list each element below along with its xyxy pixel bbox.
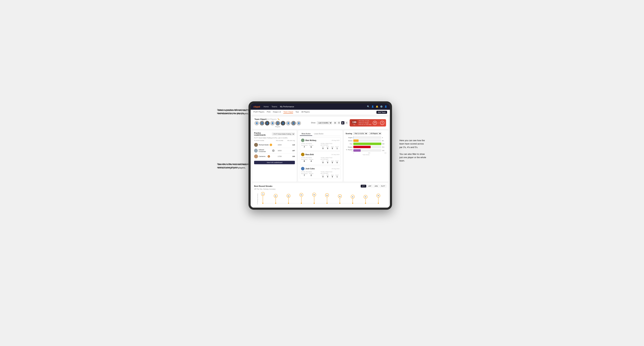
lb-player-3: Cameron... 3	[254, 155, 274, 158]
tab-least-active[interactable]: Least Active	[312, 132, 325, 136]
svg-text:5x: 5x	[314, 194, 315, 195]
activity-item-2: Rees Britt 02 Sep 2023 Total Rounds Tour	[300, 152, 340, 165]
practice-activities-group-2: Total Practice Activities OTT0 APP0 ARG0…	[320, 157, 340, 164]
total-rounds-group-2: Total Rounds Tournament 8 Practice	[301, 157, 320, 164]
bar-row-d.-bogeys-+: D. Bogeys + 131	[346, 149, 386, 152]
lb-panel-header: Practice Leaderboards PUTT Must Make Put…	[254, 132, 295, 136]
lb-row-2: Edward Crossman 2 18/20 107	[254, 148, 295, 154]
activity-stats-2: Total Rounds Tournament 8 Practice	[301, 157, 339, 164]
svg-point-38	[352, 203, 353, 204]
bar-row-pars: Pars 499	[346, 143, 386, 145]
lb-row-3: Cameron... 3 17/20 103	[254, 154, 295, 159]
lb-col-score: PB SCORE	[274, 140, 285, 141]
svg-text:4x: 4x	[339, 196, 340, 197]
bar-row-bogeys: Bogeys 311	[346, 146, 386, 148]
app-stat-2: APP0	[325, 161, 330, 164]
sub-nav-allplayers[interactable]: All Players	[301, 111, 310, 114]
svg-point-14	[275, 203, 276, 204]
svg-text:6x: 6x	[275, 195, 276, 197]
practice-leaderboards-panel: Practice Leaderboards PUTT Must Make Put…	[252, 130, 296, 181]
page-container: Select a practice drill and see the lead…	[217, 94, 427, 252]
bar-value: 96	[382, 140, 386, 142]
filter-app[interactable]: APP	[367, 185, 372, 187]
par-filter-select[interactable]: Par 3, 4 & 5s Par 3 Par 4 Par 5	[353, 132, 368, 135]
bar-label: Pars	[346, 143, 352, 145]
search-icon[interactable]: 🔍	[367, 105, 370, 108]
practice-activities-stats-3: OTT0 APP0 ARG0 PUTT1	[320, 174, 340, 178]
sub-nav-tour[interactable]: Tour	[296, 111, 299, 114]
list-view-icon[interactable]: ☰	[338, 121, 340, 124]
x-axis-label: Total Shots	[346, 154, 386, 156]
view-icons: ⊞ ☰ ▦ ≡	[334, 121, 348, 124]
filter-ott[interactable]: OTT	[361, 185, 366, 187]
players-filter-select[interactable]: All Players	[369, 132, 382, 135]
bell-icon[interactable]: 🔔	[376, 105, 378, 108]
team-title: Team Clippd | 14 Players	[254, 118, 276, 120]
activity-player-row-1: Blair McHarg 26 Aug 2023	[301, 139, 339, 142]
drill-select[interactable]: PUTT Must Make Putting	[272, 133, 295, 135]
activity-tabs: Most Active Least Active	[300, 132, 340, 136]
nav-link-teams[interactable]: Teams	[272, 106, 277, 108]
sub-nav-hcaps[interactable]: Hcaps 1-5	[273, 111, 281, 114]
team-header-right: Show: Last 3 months Last 6 months Last y…	[311, 119, 386, 126]
bar-value: 311	[382, 146, 386, 148]
lb-col-avg: PB AVG SQ	[285, 140, 295, 141]
nav-link-home[interactable]: Home	[264, 106, 268, 108]
bar-value: 131	[382, 150, 386, 151]
tablet-frame: clippd Home Teams My Performance 🔍 👤 🔔 ⚙…	[248, 101, 392, 210]
sub-nav-pgat[interactable]: PGAT Players	[254, 111, 264, 114]
card-view-icon[interactable]: ▦	[341, 121, 344, 124]
activity-item-3: Josh Coles 26 Aug 2023 Total Rounds Tour	[300, 166, 340, 179]
activity-date-2: 02 Sep 2023	[332, 154, 339, 155]
svg-text:7x: 7x	[262, 193, 264, 195]
filter-putt[interactable]: PUTT	[380, 185, 386, 187]
practice-stat-3: Practice 2	[309, 173, 313, 176]
person-icon[interactable]: 👤	[371, 105, 374, 108]
arg-stat-2: ARG0	[330, 161, 335, 164]
sub-nav-pga[interactable]: PGA	[267, 111, 270, 114]
activity-panel: Most Active Least Active Blair McHarg 26…	[298, 130, 342, 181]
arg-stat-3: ARG0	[330, 174, 335, 178]
players-label: Players	[254, 126, 301, 128]
app-stat-3: APP0	[325, 174, 330, 178]
grid-view-icon[interactable]: ⊞	[334, 121, 337, 124]
table-view-icon[interactable]: ≡	[345, 121, 348, 124]
show-label: Show:	[311, 122, 316, 124]
total-rounds-group-3: Total Rounds Tournament 7 Practice	[301, 171, 320, 178]
bar-row-birdies: Birdies 96	[346, 140, 386, 142]
bar-row-eagles: Eagles 3	[346, 136, 386, 139]
bar-label: Bogeys	[346, 146, 352, 148]
filter-arg[interactable]: ARG	[373, 185, 379, 187]
ott-stat-2: OTT0	[320, 161, 325, 164]
annotation-left-top: Select a practice drill and see the lead…	[218, 109, 249, 116]
lb-avatar-2	[254, 149, 258, 153]
players-row: 👤 👤 👤 👤 👤 👤 👤 👤 👤	[254, 121, 301, 126]
lb-score-3: 17/20	[274, 156, 285, 157]
sub-nav-teamclippd[interactable]: Team Clippd	[283, 111, 293, 114]
nav-link-performance[interactable]: My Performance	[280, 106, 294, 108]
view-full-leaderboard-button[interactable]: View Full Leaderboard	[254, 161, 295, 164]
avatar-icon[interactable]: 👤	[384, 105, 387, 108]
bar-container	[353, 140, 381, 142]
tab-most-active[interactable]: Most Active	[300, 132, 312, 136]
main-content: Team Clippd | 14 Players ✏️ 👤 👤 👤 👤 👤 👤 …	[250, 115, 390, 208]
time-period-select[interactable]: Last 3 months Last 6 months Last year	[317, 121, 332, 124]
bar-fill	[353, 149, 361, 152]
svg-point-46	[378, 203, 379, 204]
tournament-stat-3: Tournament 7	[301, 173, 308, 176]
activity-date-1: 26 Aug 2023	[332, 140, 340, 141]
bar-fill	[353, 143, 381, 145]
edit-team-icon[interactable]: ✏️	[278, 118, 280, 120]
add-team-button[interactable]: Add Team	[376, 111, 387, 114]
lb-avg-2: 107	[285, 150, 295, 152]
settings-icon[interactable]: ⚙️	[380, 105, 383, 108]
practice-activities-label-3: Total Practice Activities	[320, 171, 340, 174]
practice-activities-stats-2: OTT0 APP0 ARG0 PUTT0	[320, 161, 340, 164]
score-display: 198 SQ Shot Dist: 16 yds Start Lie: Roug…	[350, 119, 386, 126]
activity-info-2: Rees Britt	[301, 153, 314, 156]
avatar-9: 👤	[296, 121, 301, 126]
activity-avatar-2	[301, 153, 304, 156]
streaks-chart: % Fairway Accuracy 7x6x6x5x5x4x4x4x3x3x	[254, 191, 386, 207]
bar-container	[353, 149, 381, 152]
bar-container	[353, 136, 381, 139]
